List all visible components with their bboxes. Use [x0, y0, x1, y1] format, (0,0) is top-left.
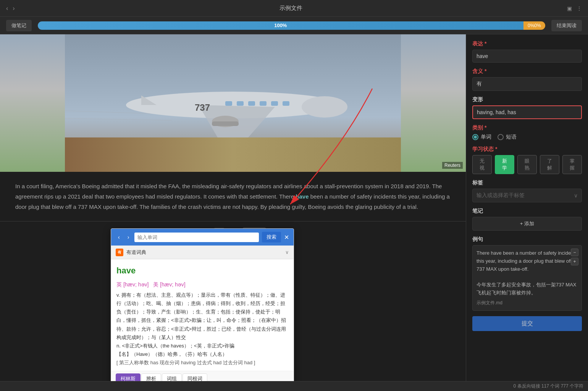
- page-title: 示例文件: [279, 5, 302, 12]
- expression-label: 表达 *: [472, 40, 582, 47]
- dict-close-btn[interactable]: ✕: [284, 234, 289, 241]
- dict-word: have: [116, 263, 288, 278]
- progress-blue: 100%: [38, 21, 523, 30]
- svg-point-5: [302, 96, 347, 118]
- example-minus-btn[interactable]: −: [571, 249, 578, 256]
- right-panel: 表达 * have 含义 * 有 变形 having, had, has 类别 …: [466, 34, 588, 381]
- dictionary-popup: ‹ › 搜索 ✕ 有 有道词典 ∨ have 英 [hæv; həv]: [111, 228, 294, 381]
- tag-section: 标签 输入或选择若干标签 ∨: [472, 179, 582, 202]
- radio-word-circle: [472, 134, 478, 140]
- nav-back-btn[interactable]: ‹: [6, 5, 8, 12]
- menu-icon[interactable]: ⋮: [577, 5, 582, 11]
- dict-header: ‹ › 搜索 ✕: [111, 229, 294, 246]
- radio-word[interactable]: 单词: [472, 134, 491, 141]
- note-button[interactable]: 做笔记: [6, 20, 32, 31]
- status-btn-zhangwo[interactable]: 掌握: [562, 155, 582, 174]
- category-radio-group: 单词 短语: [472, 134, 582, 141]
- status-section: 学习状态 * 无视 新学 眼熟 了解 掌握: [472, 146, 582, 174]
- status-text: 0 条反向链接 117 个词 777 个字符: [514, 383, 583, 389]
- bottom-status-bar: 0 条反向链接 117 个词 777 个字符: [0, 381, 588, 391]
- svg-rect-9: [237, 101, 244, 106]
- dict-source-name: 有道词典: [126, 248, 146, 257]
- progress-orange-value: 0%0%: [528, 23, 541, 28]
- reuters-badge: Reuters: [442, 162, 463, 169]
- morph-section: 变形 having, had, has: [472, 96, 582, 119]
- dict-search-input[interactable]: [134, 233, 259, 242]
- meaning-input[interactable]: 有: [472, 77, 582, 91]
- dict-tab-cihe[interactable]: 词组: [162, 373, 182, 381]
- dict-definition: v. 拥有；有（想法、主意、观点等）；显示出，带有（性质、特征）；做、进行（活动…: [116, 291, 288, 367]
- example-box: − + There have been a number of safety i…: [472, 245, 582, 311]
- note-add-button[interactable]: + 添加: [472, 217, 582, 231]
- phonetic-uk: 英 [hæv; həv]: [116, 281, 149, 288]
- progress-bar: 100% 0%0%: [38, 21, 545, 30]
- dict-tab-tonggen[interactable]: 同根词: [183, 373, 207, 381]
- tag-label: 标签: [472, 179, 582, 186]
- radio-word-label: 单词: [481, 134, 491, 141]
- example-source: 示例文件.md: [477, 299, 578, 307]
- meaning-label: 含义 *: [472, 68, 582, 75]
- dict-collapse-icon[interactable]: ∨: [285, 248, 289, 257]
- note-section: 笔记 + 添加: [472, 208, 582, 231]
- example-section: 例句 − + There have been a number of safet…: [472, 236, 582, 311]
- radio-phrase-circle: [498, 134, 504, 140]
- dict-search-btn[interactable]: 搜索: [262, 232, 281, 242]
- svg-rect-8: [225, 101, 232, 106]
- example-controls: − +: [571, 249, 578, 265]
- morph-label: 变形: [472, 96, 582, 103]
- status-label: 学习状态 *: [472, 146, 582, 153]
- example-en-text: There have been a number of safety incid…: [477, 249, 578, 273]
- morph-input[interactable]: having, had, has: [472, 105, 582, 119]
- content-area: 737 Reuters In a court filing, America's…: [0, 34, 466, 381]
- progress-orange: 0%0%: [523, 21, 545, 30]
- monitor-icon[interactable]: ▣: [567, 5, 572, 11]
- youdao-icon: 有: [116, 249, 123, 256]
- dict-tabs: 柯林斯 辨析 词组 同根词: [111, 371, 294, 381]
- svg-rect-11: [260, 101, 267, 106]
- category-label: 类别 *: [472, 124, 582, 131]
- expression-input[interactable]: have: [472, 50, 582, 63]
- plane-scene: 737 Reuters: [0, 34, 466, 172]
- nav-buttons: ‹ ›: [6, 5, 15, 12]
- tag-placeholder: 输入或选择若干标签: [477, 192, 525, 199]
- dict-tab-collins[interactable]: 柯林斯: [116, 373, 141, 381]
- status-group: 无视 新学 眼熟 了解 掌握: [472, 155, 582, 174]
- nav-forward-btn[interactable]: ›: [13, 5, 15, 12]
- plane-svg: 737: [0, 34, 466, 172]
- radio-phrase[interactable]: 短语: [498, 134, 517, 141]
- example-zh-text: 今年发生了多起安全事故，包括一架737 MAX飞机起飞时舱门塞被炸掉。: [477, 281, 578, 297]
- article-have-word[interactable]: have: [296, 193, 309, 200]
- article-image: 737 Reuters: [0, 34, 466, 172]
- finish-reading-button[interactable]: 结束阅读: [551, 20, 582, 31]
- submit-button[interactable]: 提交: [472, 316, 582, 331]
- svg-rect-13: [283, 101, 289, 106]
- top-bar: ‹ › 示例文件 ▣ ⋮: [0, 0, 588, 17]
- example-plus-btn[interactable]: +: [571, 258, 578, 265]
- svg-rect-1: [65, 137, 401, 172]
- svg-rect-10: [248, 101, 255, 106]
- svg-rect-12: [271, 101, 278, 106]
- dict-forward-btn[interactable]: ›: [125, 233, 132, 241]
- dict-tab-bianxi[interactable]: 辨析: [141, 373, 161, 381]
- status-btn-yanshu[interactable]: 眼熟: [517, 155, 537, 174]
- toolbar: 做笔记 100% 0%0% 结束阅读: [0, 17, 588, 34]
- svg-text:737: 737: [195, 102, 210, 113]
- example-label: 例句: [472, 236, 582, 243]
- dict-back-btn[interactable]: ‹: [116, 233, 122, 241]
- dict-source-bar: 有 有道词典 ∨: [111, 246, 294, 259]
- article-text: In a court filing, America's Boeing admi…: [0, 172, 466, 221]
- radio-phrase-label: 短语: [506, 134, 517, 141]
- phonetic-us: 美 [hæv; həv]: [153, 281, 185, 288]
- main-area: 737 Reuters In a court filing, America's…: [0, 34, 588, 381]
- status-btn-xinxue[interactable]: 新学: [495, 155, 514, 174]
- status-btn-liaojie[interactable]: 了解: [540, 155, 559, 174]
- tag-chevron: ∨: [574, 192, 578, 199]
- meaning-section: 含义 * 有: [472, 68, 582, 91]
- top-icons: ▣ ⋮: [567, 5, 582, 11]
- dict-body: have 英 [hæv; həv] 美 [hæv; həv] v. 拥有；有（想…: [111, 259, 294, 371]
- tag-select[interactable]: 输入或选择若干标签 ∨: [472, 189, 582, 202]
- expression-section: 表达 * have: [472, 40, 582, 63]
- category-section: 类别 * 单词 短语: [472, 124, 582, 141]
- status-btn-wushi[interactable]: 无视: [472, 155, 492, 174]
- dict-phonetic: 英 [hæv; həv] 美 [hæv; həv]: [116, 280, 288, 289]
